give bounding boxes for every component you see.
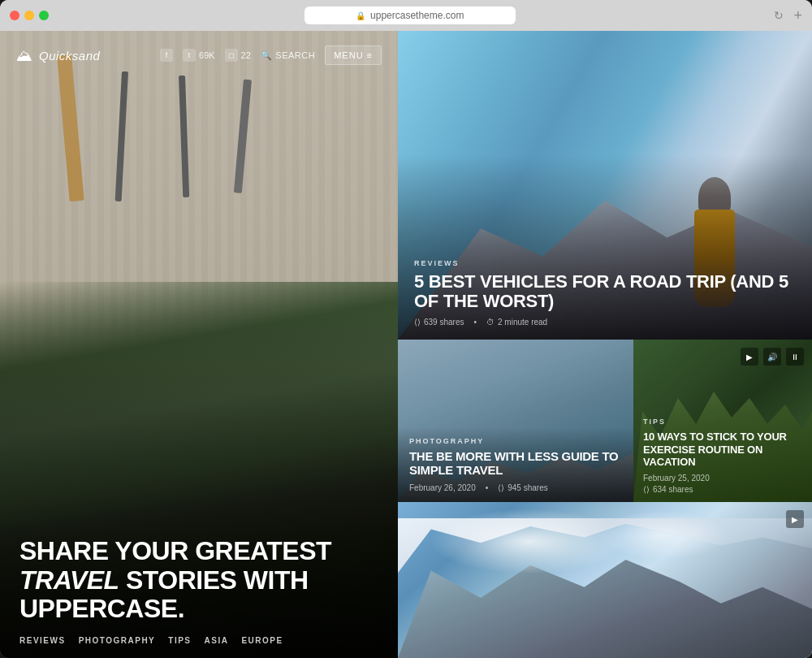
instagram-count: 22 (241, 50, 251, 60)
facebook-social[interactable]: f (160, 49, 173, 62)
search-icon: 🔍 (261, 50, 273, 61)
mid-right-shares-count: 634 shares (653, 485, 693, 494)
category-tips[interactable]: TIPS (168, 636, 191, 645)
site-header: ⛰ Quicksand f t 69K ◻ 22 (0, 31, 398, 80)
minimize-button[interactable] (24, 11, 34, 20)
hero-content: SHARE YOUR GREATEST TRAVEL STORIES WITH … (0, 521, 398, 658)
instagram-social[interactable]: ◻ 22 (225, 49, 251, 62)
mid-right-shares-meta: ⟨⟩ 634 shares (643, 485, 802, 494)
article-top-title: 5 BEST VEHICLES FOR A ROAD TRIP (AND 5 O… (414, 272, 796, 311)
shares-meta: ⟨⟩ 639 shares (414, 318, 464, 327)
category-photography[interactable]: PHOTOGRAPHY (79, 636, 156, 645)
mid-right-date: February 25, 2020 (643, 474, 710, 483)
mid-right-shares: ⟨⟩ 634 shares (643, 485, 693, 494)
mid-left-date: February 26, 2020 (409, 483, 476, 492)
read-time-meta: ⏱ 2 minute read (486, 318, 547, 327)
pause-icon: ⏸ (786, 348, 804, 366)
category-reviews[interactable]: REVIEWS (19, 636, 66, 645)
article-top[interactable]: REVIEWS 5 BEST VEHICLES FOR A ROAD TRIP … (398, 31, 812, 340)
facebook-icon: f (160, 49, 173, 62)
mid-right-category: TIPS (643, 418, 802, 426)
browser-window: 🔒 uppercasetheme.com ↻ + (0, 0, 812, 658)
close-button[interactable] (10, 11, 19, 20)
mountain-icon: ⛰ (16, 46, 32, 65)
address-pill[interactable]: 🔒 uppercasetheme.com (304, 6, 516, 24)
clouds (414, 510, 796, 573)
video-icon: ▶ (741, 348, 758, 366)
mid-left-title: THE BE MORE WITH LESS GUIDE TO SIMPLE TR… (409, 450, 622, 477)
hero-title-italic: TRAVEL (19, 565, 119, 595)
mid-left-meta: February 26, 2020 • ⟨⟩ 945 shares (409, 483, 622, 492)
new-tab-button[interactable]: + (793, 7, 802, 24)
article-top-category: REVIEWS (414, 259, 796, 267)
share-icon: ⟨⟩ (414, 318, 421, 327)
category-asia[interactable]: ASIA (205, 636, 229, 645)
hero-title-line1: SHARE YOUR GREATEST (19, 536, 331, 565)
instagram-icon: ◻ (225, 49, 238, 62)
mid-left-shares-count: 945 shares (508, 483, 547, 492)
mid-right-title: 10 WAYS TO STICK TO YOUR EXERCISE ROUTIN… (643, 431, 802, 469)
hero-categories: REVIEWS PHOTOGRAPHY TIPS ASIA EUROPE (19, 636, 378, 645)
logo[interactable]: ⛰ Quicksand (16, 46, 100, 65)
menu-icon: ≡ (367, 50, 373, 60)
mid-left-category: PHOTOGRAPHY (409, 437, 622, 445)
meta-dot: • (473, 318, 477, 327)
twitter-social[interactable]: t 69K (183, 49, 215, 62)
article-top-meta: ⟨⟩ 639 shares • ⏱ 2 minute read (414, 318, 796, 327)
refresh-button[interactable]: ↻ (771, 7, 787, 24)
content-area: ⛰ Quicksand f t 69K ◻ 22 (0, 31, 812, 658)
category-europe[interactable]: EUROPE (241, 636, 283, 645)
articles-panel: REVIEWS 5 BEST VEHICLES FOR A ROAD TRIP … (398, 31, 812, 658)
menu-button[interactable]: MENU ≡ (325, 45, 382, 65)
twitter-count: 69K (199, 50, 215, 60)
hero-title: SHARE YOUR GREATEST TRAVEL STORIES WITH … (19, 537, 378, 623)
browser-titlebar: 🔒 uppercasetheme.com ↻ + (0, 0, 812, 31)
header-nav: f t 69K ◻ 22 🔍 SEARCH MENU (160, 45, 382, 65)
article-mid-right[interactable]: ▶ 🔊 ⏸ TIPS 10 WAYS TO STICK TO YOUR EXER… (633, 340, 812, 502)
clock-icon: ⏱ (486, 318, 495, 327)
hero-panel: ⛰ Quicksand f t 69K ◻ 22 (0, 31, 398, 658)
article-mid-left-content: PHOTOGRAPHY THE BE MORE WITH LESS GUIDE … (398, 427, 633, 502)
maximize-button[interactable] (39, 11, 49, 20)
mid-left-shares: ⟨⟩ 945 shares (498, 483, 547, 492)
article-mid-right-content: TIPS 10 WAYS TO STICK TO YOUR EXERCISE R… (633, 409, 812, 502)
article-middle-row: PHOTOGRAPHY THE BE MORE WITH LESS GUIDE … (398, 340, 812, 502)
share-icon-right: ⟨⟩ (643, 485, 650, 494)
bottom-video-icon: ▶ (786, 510, 804, 528)
search-button[interactable]: 🔍 SEARCH (261, 50, 315, 61)
lock-icon: 🔒 (356, 11, 365, 20)
read-time: 2 minute read (498, 318, 547, 327)
url-text: uppercasetheme.com (370, 10, 464, 21)
address-bar-area: 🔒 uppercasetheme.com (55, 6, 764, 24)
mid-right-meta: February 25, 2020 (643, 474, 802, 483)
mid-left-dot: • (486, 483, 489, 492)
share-icon-mid: ⟨⟩ (498, 483, 504, 492)
shares-count: 639 shares (424, 318, 464, 327)
search-label: SEARCH (275, 50, 315, 60)
logo-text: Quicksand (39, 49, 100, 63)
window-controls (10, 11, 49, 20)
menu-label: MENU (334, 50, 363, 60)
article-bottom[interactable]: ▶ (398, 502, 812, 658)
media-icons: ▶ 🔊 ⏸ (741, 348, 804, 366)
article-mid-left[interactable]: PHOTOGRAPHY THE BE MORE WITH LESS GUIDE … (398, 340, 633, 502)
article-top-content: REVIEWS 5 BEST VEHICLES FOR A ROAD TRIP … (398, 246, 812, 340)
twitter-icon: t (183, 49, 196, 62)
audio-icon: 🔊 (763, 348, 781, 366)
